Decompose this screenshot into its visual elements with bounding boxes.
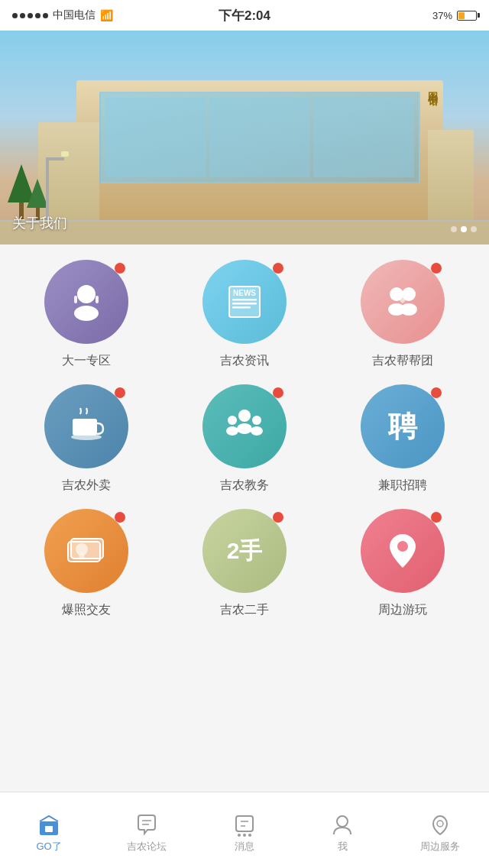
location-icon — [429, 814, 452, 837]
jobs-notification — [431, 387, 442, 398]
svg-point-18 — [226, 426, 238, 436]
svg-rect-7 — [232, 303, 257, 305]
secondhand-icon-circle: 2手 — [202, 509, 287, 593]
carrier-label: 中国电信 — [53, 8, 96, 22]
wifi-icon: 📶 — [100, 9, 113, 21]
battery-fill — [458, 12, 465, 19]
tab-forum[interactable]: 吉农论坛 — [98, 808, 196, 853]
status-left: 中国电信 📶 — [12, 8, 113, 22]
secondhand-notification — [273, 512, 283, 523]
help-icon-circle — [361, 260, 445, 344]
takeout-icon-circle — [44, 384, 128, 468]
box-icon — [37, 814, 60, 837]
nearby-label: 周边游玩 — [378, 602, 427, 618]
tab-me-label: 我 — [338, 840, 348, 853]
battery-icon — [457, 11, 477, 21]
svg-point-34 — [337, 816, 348, 827]
banner-dot-3 — [471, 226, 477, 232]
svg-text:NEWS: NEWS — [233, 289, 256, 297]
news-icon-circle: NEWS — [202, 260, 287, 344]
person-icon — [331, 814, 354, 837]
grid-item-freshman[interactable]: 大一专区 — [18, 260, 155, 369]
svg-rect-6 — [232, 299, 257, 301]
academic-notification — [273, 387, 283, 398]
tab-bar: GO了 吉农论坛 消息 我 — [0, 792, 489, 868]
grid-row-1: 大一专区 NEWS 吉农资讯 — [8, 260, 481, 369]
svg-point-31 — [238, 834, 241, 837]
academic-icon-circle — [202, 384, 287, 468]
tab-messages[interactable]: 消息 — [196, 808, 293, 853]
tab-home[interactable]: GO了 — [0, 808, 98, 853]
tickets-icon — [63, 528, 109, 574]
status-bar: 中国电信 📶 下午2:04 37% — [0, 0, 489, 31]
2hand-text-icon: 2手 — [227, 536, 263, 567]
feature-grid: 大一专区 NEWS 吉农资讯 — [0, 245, 489, 649]
person-headset-icon — [63, 279, 109, 325]
secondhand-label: 吉农二手 — [220, 602, 269, 618]
help-label: 吉农帮帮团 — [372, 353, 433, 369]
hero-banner[interactable]: 图书馆 关于我们 — [0, 31, 489, 245]
takeout-label: 吉农外卖 — [62, 478, 111, 494]
academic-label: 吉农教务 — [220, 478, 269, 494]
freshman-notification — [115, 263, 125, 274]
svg-point-15 — [238, 410, 251, 422]
nearby-notification — [431, 512, 442, 523]
photo-notification — [115, 512, 125, 523]
grid-item-nearby[interactable]: 周边游玩 — [334, 509, 471, 618]
grid-item-academic[interactable]: 吉农教务 — [176, 384, 313, 494]
grid-item-news[interactable]: NEWS 吉农资讯 — [176, 260, 313, 369]
news-notification — [273, 263, 283, 274]
battery-percent: 37% — [432, 10, 452, 21]
banner-label: 关于我们 — [12, 214, 67, 232]
group-icon — [222, 403, 267, 449]
grid-item-jobs[interactable]: 聘 兼职招聘 — [334, 384, 471, 494]
location-pin-icon — [380, 528, 426, 574]
takeout-notification — [115, 387, 125, 398]
tab-messages-label: 消息 — [235, 840, 254, 853]
tab-nearby-service-label: 周边服务 — [420, 840, 460, 853]
newspaper-icon: NEWS — [222, 279, 267, 325]
status-time: 下午2:04 — [219, 7, 270, 24]
svg-rect-2 — [74, 296, 77, 303]
tab-forum-label: 吉农论坛 — [127, 840, 167, 853]
chat-icon — [135, 814, 158, 837]
help-group-icon — [380, 279, 426, 325]
banner-dot-2 — [461, 226, 467, 232]
svg-point-1 — [74, 306, 99, 321]
svg-point-24 — [397, 541, 408, 552]
grid-item-photo[interactable]: 爆照交友 — [18, 509, 155, 618]
freshman-label: 大一专区 — [62, 353, 111, 369]
svg-point-12 — [400, 303, 417, 316]
jobs-label: 兼职招聘 — [378, 478, 427, 494]
tab-home-label: GO了 — [36, 840, 61, 853]
svg-point-14 — [71, 434, 102, 440]
help-notification — [431, 263, 442, 274]
svg-point-32 — [243, 834, 246, 837]
grid-row-2: 吉农外卖 吉农教务 聘 — [8, 384, 481, 494]
tab-nearby-service[interactable]: 周边服务 — [391, 808, 489, 853]
svg-point-33 — [248, 834, 251, 837]
svg-point-0 — [77, 285, 96, 303]
news-label: 吉农资讯 — [220, 353, 269, 369]
grid-item-secondhand[interactable]: 2手 吉农二手 — [176, 509, 313, 618]
svg-point-20 — [251, 426, 263, 436]
svg-rect-8 — [232, 306, 251, 309]
svg-rect-3 — [96, 296, 99, 303]
jobs-icon-circle: 聘 — [361, 384, 445, 468]
banner-dot-1 — [451, 226, 457, 232]
grid-item-takeout[interactable]: 吉农外卖 — [18, 384, 155, 494]
photo-label: 爆照交友 — [62, 602, 111, 618]
signal-dots — [12, 13, 48, 18]
svg-rect-26 — [45, 826, 53, 832]
freshman-icon-circle — [44, 260, 128, 344]
banner-dots — [451, 226, 477, 232]
status-right: 37% — [432, 10, 477, 21]
nearby-icon-circle — [361, 509, 445, 593]
grid-row-3: 爆照交友 2手 吉农二手 周边游玩 — [8, 509, 481, 618]
coffee-icon — [63, 403, 109, 449]
grid-item-help[interactable]: 吉农帮帮团 — [334, 260, 471, 369]
photo-icon-circle — [44, 509, 128, 593]
svg-point-16 — [237, 423, 252, 434]
svg-rect-13 — [73, 419, 97, 436]
tab-me[interactable]: 我 — [293, 808, 391, 853]
